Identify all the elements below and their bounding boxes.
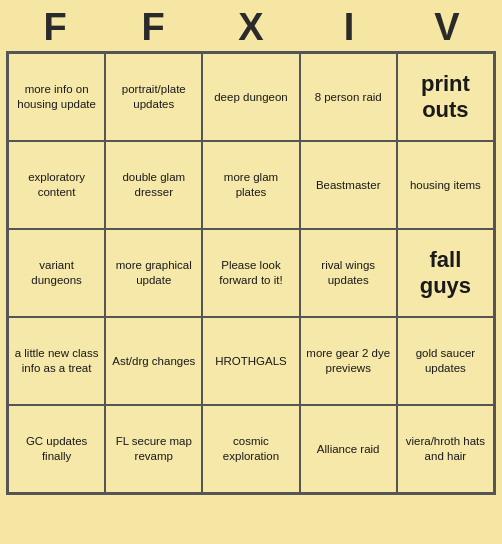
bingo-cell-17[interactable]: HROTHGALS bbox=[202, 317, 299, 405]
bingo-cell-20[interactable]: GC updates finally bbox=[8, 405, 105, 493]
bingo-cell-23[interactable]: Alliance raid bbox=[300, 405, 397, 493]
bingo-header: F F X I V bbox=[6, 6, 496, 49]
bingo-cell-21[interactable]: FL secure map revamp bbox=[105, 405, 202, 493]
bingo-cell-15[interactable]: a little new class info as a treat bbox=[8, 317, 105, 405]
bingo-cell-16[interactable]: Ast/drg changes bbox=[105, 317, 202, 405]
letter-f2: F bbox=[109, 6, 197, 49]
bingo-cell-10[interactable]: variant dungeons bbox=[8, 229, 105, 317]
bingo-cell-5[interactable]: exploratory content bbox=[8, 141, 105, 229]
bingo-cell-9[interactable]: housing items bbox=[397, 141, 494, 229]
bingo-board: F F X I V more info on housing updatepor… bbox=[6, 6, 496, 495]
bingo-cell-3[interactable]: 8 person raid bbox=[300, 53, 397, 141]
letter-i: I bbox=[305, 6, 393, 49]
bingo-cell-14[interactable]: fall guys bbox=[397, 229, 494, 317]
bingo-cell-13[interactable]: rival wings updates bbox=[300, 229, 397, 317]
bingo-cell-4[interactable]: print outs bbox=[397, 53, 494, 141]
bingo-cell-2[interactable]: deep dungeon bbox=[202, 53, 299, 141]
bingo-cell-22[interactable]: cosmic exploration bbox=[202, 405, 299, 493]
bingo-cell-1[interactable]: portrait/plate updates bbox=[105, 53, 202, 141]
letter-v: V bbox=[403, 6, 491, 49]
bingo-cell-11[interactable]: more graphical update bbox=[105, 229, 202, 317]
bingo-cell-6[interactable]: double glam dresser bbox=[105, 141, 202, 229]
bingo-cell-24[interactable]: viera/hroth hats and hair bbox=[397, 405, 494, 493]
bingo-cell-0[interactable]: more info on housing update bbox=[8, 53, 105, 141]
bingo-cell-8[interactable]: Beastmaster bbox=[300, 141, 397, 229]
bingo-cell-19[interactable]: gold saucer updates bbox=[397, 317, 494, 405]
bingo-cell-7[interactable]: more glam plates bbox=[202, 141, 299, 229]
bingo-grid: more info on housing updateportrait/plat… bbox=[6, 51, 496, 495]
letter-x: X bbox=[207, 6, 295, 49]
bingo-cell-18[interactable]: more gear 2 dye previews bbox=[300, 317, 397, 405]
bingo-cell-12[interactable]: Please look forward to it! bbox=[202, 229, 299, 317]
letter-f1: F bbox=[11, 6, 99, 49]
